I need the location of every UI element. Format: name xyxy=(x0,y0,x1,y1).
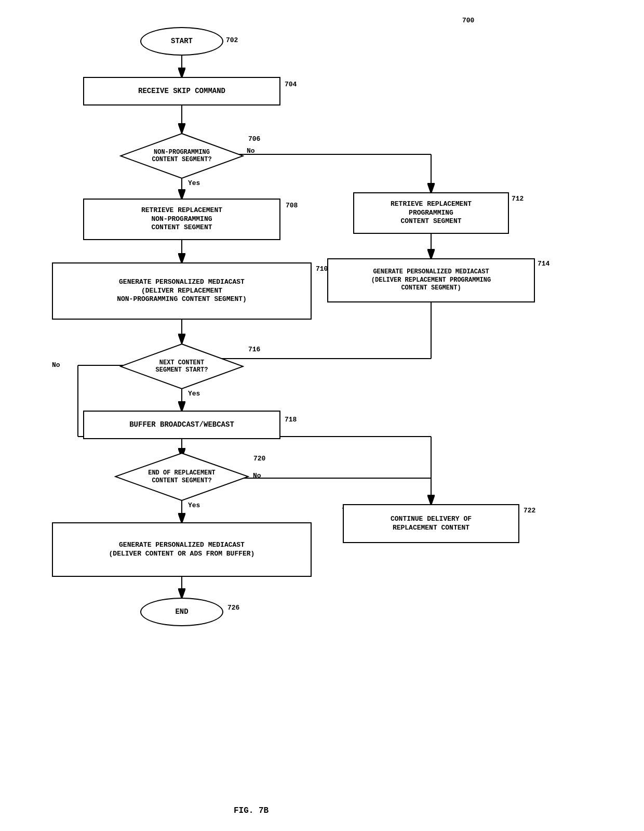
n716-no-label: No xyxy=(52,361,60,369)
n710-label: 710 xyxy=(316,265,328,273)
n720-yes-label: Yes xyxy=(188,502,200,509)
n712-label: 712 xyxy=(512,195,524,203)
next-content-segment-diamond: NEXT CONTENTSEGMENT START? xyxy=(119,343,244,390)
start-label: 702 xyxy=(226,36,238,44)
end-of-replacement-diamond: END OF REPLACEMENTCONTENT SEGMENT? xyxy=(114,452,249,502)
figure-caption: FIG. 7B xyxy=(234,806,269,815)
generate-mediacast-non-programming-node: GENERATE PERSONALIZED MEDIACAST(DELIVER … xyxy=(52,262,312,320)
end-label: 726 xyxy=(227,604,239,612)
buffer-broadcast-node: BUFFER BROADCAST/WEBCAST xyxy=(83,411,280,439)
n718-label: 718 xyxy=(285,416,297,424)
retrieve-replacement-programming-node: RETRIEVE REPLACEMENTPROGRAMMINGCONTENT S… xyxy=(353,192,509,234)
start-node: START xyxy=(140,27,223,56)
n708-label: 708 xyxy=(286,202,298,209)
generate-mediacast-programming-node: GENERATE PERSONALIZED MEDIACAST(DELIVER … xyxy=(327,258,535,302)
n704-label: 704 xyxy=(285,81,297,88)
n716-yes-label: Yes xyxy=(188,390,200,398)
continue-delivery-node: CONTINUE DELIVERY OFREPLACEMENT CONTENT xyxy=(343,504,519,543)
flowchart-diagram: 700 START 702 RECEIVE SKIP COMMAND 704 N… xyxy=(0,0,644,831)
end-node: END xyxy=(140,598,223,626)
n706-yes-label: Yes xyxy=(188,179,200,187)
diagram-label: 700 xyxy=(462,17,474,24)
non-programming-diamond: NON-PROGRAMMINGCONTENT SEGMENT? xyxy=(119,133,244,179)
n706-label: 706 xyxy=(248,135,260,143)
n722-label: 722 xyxy=(524,507,535,515)
n720-label: 720 xyxy=(253,455,265,463)
generate-mediacast-buffer-node: GENERATE PERSONALIZED MEDIACAST(DELIVER … xyxy=(52,522,312,577)
n716-label: 716 xyxy=(248,346,260,353)
receive-skip-command-node: RECEIVE SKIP COMMAND xyxy=(83,77,280,105)
retrieve-replacement-non-programming-node: RETRIEVE REPLACEMENTNON-PROGRAMMINGCONTE… xyxy=(83,199,280,240)
n714-label: 714 xyxy=(538,260,549,268)
n706-no-label: No xyxy=(247,147,255,155)
n720-no-label: No xyxy=(253,472,261,480)
